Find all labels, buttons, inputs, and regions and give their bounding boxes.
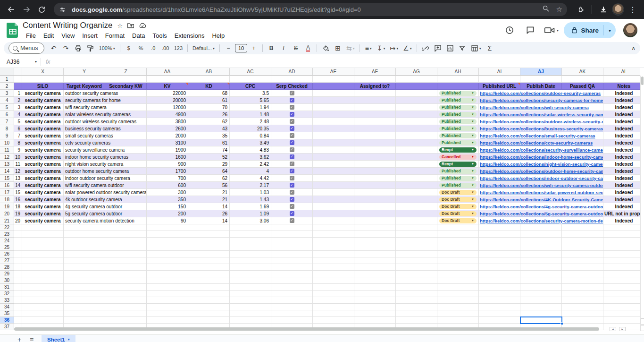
silo-cell[interactable]: security camera xyxy=(22,161,64,168)
cell[interactable] xyxy=(105,76,147,83)
notes-cell[interactable]: Indexed xyxy=(603,125,640,132)
horizontal-align-icon[interactable]: ≡ ▾ xyxy=(363,43,374,53)
cell[interactable] xyxy=(437,297,479,304)
cell[interactable] xyxy=(313,284,354,291)
borders-icon[interactable]: ⊞ xyxy=(332,43,343,53)
cell[interactable] xyxy=(354,238,396,244)
serp-checked-cell[interactable]: ✓ xyxy=(271,210,313,217)
cpc-cell[interactable]: 0.84 xyxy=(230,132,271,139)
silo-cell[interactable]: security camera xyxy=(22,132,64,139)
cell[interactable] xyxy=(313,304,354,310)
row-header-5[interactable]: 5 xyxy=(0,104,14,111)
cpc-cell[interactable]: 4 xyxy=(230,168,271,175)
row-header-34[interactable]: 34 xyxy=(0,304,14,310)
cell[interactable] xyxy=(437,244,479,251)
cell[interactable] xyxy=(230,304,271,310)
cell[interactable] xyxy=(396,154,437,161)
cell[interactable] xyxy=(22,284,64,291)
cell[interactable] xyxy=(188,244,230,251)
row-index-cell[interactable]: 18 xyxy=(14,203,22,210)
scroll-up-button[interactable] xyxy=(641,318,644,325)
zoom-select[interactable]: 100% ▾ xyxy=(97,43,117,53)
row-header-21[interactable]: 21 xyxy=(0,217,14,224)
cpc-cell[interactable]: 2.48 xyxy=(230,118,271,125)
cell[interactable] xyxy=(562,284,603,291)
url-bar[interactable]: docs.google.com /spreadsheets/d/1hnxGLmv… xyxy=(54,3,567,16)
header-kd[interactable]: KD xyxy=(188,83,230,90)
published-url-cell[interactable]: https://keldco.com/collections/outdoor-w… xyxy=(479,118,603,125)
cell[interactable] xyxy=(271,224,313,231)
cell[interactable] xyxy=(396,182,437,189)
cell[interactable] xyxy=(479,310,520,317)
row-header-12[interactable]: 12 xyxy=(0,154,14,161)
serp-checked-cell[interactable]: ✓ xyxy=(271,175,313,182)
cell[interactable] xyxy=(603,244,640,251)
checkbox-checked[interactable]: ✓ xyxy=(290,183,294,188)
cell[interactable] xyxy=(230,271,271,277)
menu-help[interactable]: Help xyxy=(209,32,228,40)
decrease-decimal-button[interactable]: .0 xyxy=(148,43,159,53)
row-header-9[interactable]: 9 xyxy=(0,132,14,139)
kv-cell[interactable]: 2600 xyxy=(147,125,188,132)
merge-cells-icon[interactable]: ⇆ ▾ xyxy=(344,43,357,53)
kv-cell[interactable]: 3100 xyxy=(147,139,188,146)
row-index-cell[interactable]: 15 xyxy=(14,189,22,196)
cell[interactable] xyxy=(437,271,479,277)
row-index-cell[interactable]: 6 xyxy=(14,125,22,132)
silo-cell[interactable]: security camera xyxy=(22,168,64,175)
serp-checked-cell[interactable]: ✓ xyxy=(271,182,313,189)
cell[interactable] xyxy=(437,238,479,244)
status-chip[interactable]: Doc Draft▼ xyxy=(439,211,477,216)
style-select[interactable]: Defaul... ▾ xyxy=(191,43,217,53)
cell[interactable] xyxy=(147,257,188,264)
kv-cell[interactable]: 1600 xyxy=(147,154,188,161)
redo-icon[interactable]: ↷ xyxy=(60,43,72,53)
row-header-16[interactable]: 16 xyxy=(0,182,14,189)
cell[interactable] xyxy=(313,76,354,83)
notes-cell[interactable]: Indexed xyxy=(603,168,640,175)
status-chip[interactable]: Published▼ xyxy=(439,126,477,131)
kv-cell[interactable]: 90 xyxy=(147,217,188,224)
cpc-cell[interactable]: 2.17 xyxy=(230,182,271,189)
cell[interactable] xyxy=(14,244,22,251)
kd-cell[interactable]: 35 xyxy=(188,132,230,139)
cell[interactable] xyxy=(64,304,105,310)
cell[interactable] xyxy=(64,244,105,251)
cell[interactable] xyxy=(396,97,437,104)
column-header-AB[interactable]: AB xyxy=(188,68,230,76)
silo-cell[interactable]: security camera xyxy=(22,139,64,146)
insert-chart-icon[interactable] xyxy=(444,43,456,53)
cell[interactable] xyxy=(188,304,230,310)
cell[interactable] xyxy=(313,154,354,161)
browser-menu-icon[interactable]: ⋮ xyxy=(626,3,639,16)
status-chip[interactable]: Doc Draft▼ xyxy=(439,204,477,209)
row-header-2[interactable]: 2 xyxy=(0,83,14,90)
checkbox-checked[interactable]: ✓ xyxy=(290,147,294,152)
keyword-cell[interactable]: night vision security camera xyxy=(64,161,147,168)
search-icon[interactable] xyxy=(542,5,550,14)
column-header-AD[interactable]: AD xyxy=(271,68,313,76)
menu-view[interactable]: View xyxy=(58,32,78,40)
cell[interactable] xyxy=(14,224,22,231)
cell[interactable] xyxy=(479,271,520,277)
kv-cell[interactable]: 600 xyxy=(147,182,188,189)
cpc-cell[interactable]: 3.5 xyxy=(230,90,271,97)
column-header-AK[interactable]: AK xyxy=(562,68,603,76)
cell[interactable] xyxy=(105,310,147,317)
cell[interactable] xyxy=(603,264,640,271)
cell[interactable] xyxy=(313,277,354,284)
sheets-logo-icon[interactable] xyxy=(7,23,19,38)
cell[interactable] xyxy=(230,291,271,297)
cell[interactable] xyxy=(520,277,562,284)
row-header-11[interactable]: 11 xyxy=(0,146,14,154)
cell[interactable] xyxy=(520,284,562,291)
checkbox-checked[interactable]: ✓ xyxy=(290,140,294,145)
cell[interactable] xyxy=(479,317,520,324)
cell[interactable] xyxy=(313,111,354,118)
row-header-22[interactable]: 22 xyxy=(0,224,14,231)
cell[interactable] xyxy=(313,90,354,97)
cell[interactable] xyxy=(603,257,640,264)
silo-cell[interactable]: security camera xyxy=(22,203,64,210)
paint-format-icon[interactable] xyxy=(85,43,96,53)
menu-format[interactable]: Format xyxy=(102,32,128,40)
